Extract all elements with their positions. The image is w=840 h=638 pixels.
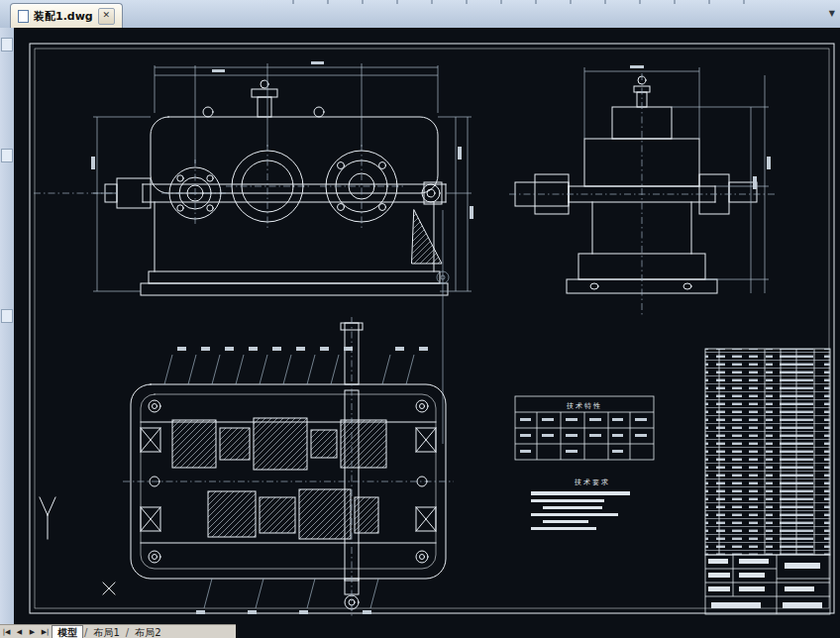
toolbar-icon-fragment[interactable] [1,149,13,162]
document-tab[interactable]: 装配1.dwg ✕ [10,3,123,28]
tech-req-title: 技术要求 [574,478,610,486]
ucs-icon [40,497,55,539]
toolbar-remnant-ticks [292,0,773,4]
cross-marker [103,583,115,594]
document-tabbar: 装配1.dwg ✕ ▼ [0,0,840,29]
front-view-centerlines [34,145,449,444]
title-block-text [708,559,822,608]
tech-spec-title: 技术特性 [566,402,602,410]
tab-model[interactable]: 模型 [52,625,83,638]
next-layout-button[interactable]: ▶ [26,626,39,638]
tech-spec-cell-text [520,418,647,453]
layout-tabs-area: |◀ ◀ ▶ ▶| 模型 / 布局1 / 布局2 [0,624,236,638]
tab-layout2[interactable]: 布局2 [130,626,165,638]
tab-overflow-chevron-icon[interactable]: ▼ [829,9,835,18]
last-layout-button[interactable]: ▶| [39,626,52,638]
layout-tabbar: |◀ ◀ ▶ ▶| 模型 / 布局1 / 布局2 [0,624,840,638]
side-view-dimensions [584,67,769,293]
model-space-canvas[interactable]: 技术特性 技术要求 [14,28,840,638]
parts-list-table [705,349,830,555]
tech-spec-table: 技术特性 [515,396,654,460]
toolbar-icon-fragment[interactable] [1,38,13,52]
document-tab-label: 装配1.dwg [34,9,93,24]
tech-req-text-lines [531,491,630,530]
previous-layout-button[interactable]: ◀ [13,626,26,638]
toolbar-icon-fragment[interactable] [1,309,13,323]
tab-layout1[interactable]: 布局1 [88,626,124,638]
close-icon[interactable]: ✕ [98,8,115,25]
front-view [105,80,448,295]
cad-application-window: 装配1.dwg ✕ ▼ [0,0,840,638]
side-view-centerlines [509,73,775,317]
cad-drawing: 技术特性 技术要求 [14,28,840,638]
docked-toolbar-strip [0,28,15,624]
first-layout-button[interactable]: |◀ [0,626,13,638]
dwg-file-icon [18,10,29,23]
side-view [515,76,757,293]
